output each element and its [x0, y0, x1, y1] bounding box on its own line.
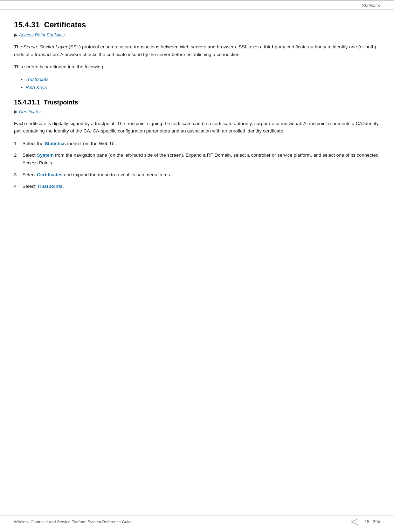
step-3-post: and expand the menu to reveal its sub me… — [63, 172, 171, 177]
step-2: 2 Select System from the navigation pane… — [14, 151, 380, 166]
step-2-num: 2 — [14, 151, 22, 159]
step-4-highlight: Trustpoints — [37, 184, 63, 189]
step-2-pre: Select — [22, 152, 37, 158]
step-3: 3 Select Certificates and expand the men… — [14, 171, 380, 179]
bullet-item-1: Trustpoints — [21, 76, 380, 84]
step-1-num: 1 — [14, 140, 22, 148]
step-2-highlight: System — [37, 152, 54, 158]
steps-list: 1 Select the Statistics menu from the We… — [14, 140, 380, 190]
section-bullet-list: Trustpoints RSA Keys — [21, 76, 380, 92]
breadcrumb-main: ▶ Access Point Statistics — [14, 32, 380, 37]
step-2-text: Select System from the navigation pane (… — [22, 151, 380, 166]
main-content: 15.4.31 Certificates ▶ Access Point Stat… — [0, 10, 394, 216]
svg-line-1 — [351, 522, 358, 525]
bullet-item-2: RSA Keys — [21, 84, 380, 92]
step-1-pre: Select the — [22, 141, 45, 146]
footer-left-text: Wireless Controller and Service Platform… — [14, 520, 133, 524]
step-1: 1 Select the Statistics menu from the We… — [14, 140, 380, 148]
breadcrumb-arrow-main: ▶ — [14, 32, 18, 37]
intro-paragraph-2: This screen is partitioned into the foll… — [14, 63, 380, 71]
section-sub-heading: 15.4.31.1 Trustpoints — [14, 99, 380, 106]
step-4-pre: Select — [22, 184, 37, 189]
step-3-text: Select Certificates and expand the menu … — [22, 171, 380, 179]
step-3-highlight: Certificates — [37, 172, 63, 177]
footer-right: 15 - 294 — [351, 519, 380, 525]
section-main-heading: 15.4.31 Certificates — [14, 20, 380, 29]
breadcrumb-link-sub[interactable]: Certificates — [19, 109, 42, 114]
bullet-item-2-text: RSA Keys — [26, 84, 47, 92]
breadcrumb-arrow-sub: ▶ — [14, 109, 18, 114]
step-3-pre: Select — [22, 172, 37, 177]
step-4-post: . — [63, 184, 64, 189]
footer-page-number: 15 - 294 — [365, 519, 380, 524]
step-2-post: from the navigation pane (on the left-ha… — [22, 152, 379, 165]
intro-text-italic: Secure Socket Layer — [23, 44, 67, 49]
breadcrumb-sub: ▶ Certificates — [14, 109, 380, 114]
intro-text-pre: The — [14, 44, 23, 49]
header-title: Statistics — [362, 3, 380, 8]
intro-paragraph-1: The Secure Socket Layer (SSL) protocol e… — [14, 43, 380, 58]
step-3-num: 3 — [14, 171, 22, 179]
sub-description: Each certificate is digitally signed by … — [14, 120, 380, 135]
svg-line-0 — [351, 519, 358, 522]
step-1-text: Select the Statistics menu from the Web … — [22, 140, 380, 148]
step-1-post: menu from the Web UI. — [66, 141, 116, 146]
page-container: Statistics 15.4.31 Certificates ▶ Access… — [0, 0, 394, 532]
step-4: 4 Select Trustpoints. — [14, 183, 380, 190]
step-4-num: 4 — [14, 183, 22, 190]
bullet-item-1-text: Trustpoints — [26, 76, 49, 84]
footer-divider-icon — [351, 519, 362, 525]
intro-text-post: (SSL) protocol ensures secure transactio… — [14, 44, 376, 57]
step-4-text: Select Trustpoints. — [22, 183, 380, 190]
header-bar: Statistics — [0, 1, 394, 10]
page-footer: Wireless Controller and Service Platform… — [0, 516, 394, 525]
breadcrumb-link-main[interactable]: Access Point Statistics — [19, 32, 65, 37]
step-1-highlight: Statistics — [45, 141, 66, 146]
